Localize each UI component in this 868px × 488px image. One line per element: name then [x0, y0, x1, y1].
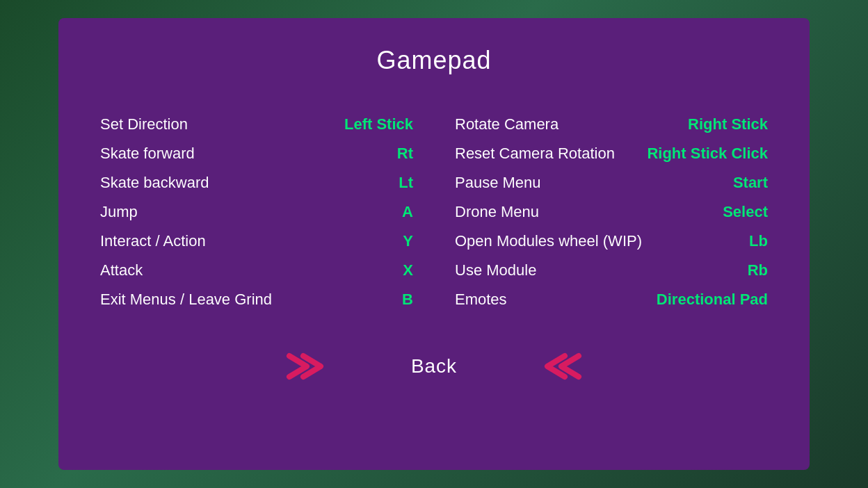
back-label: Back	[411, 355, 457, 377]
key-binding-label: Lt	[399, 174, 413, 192]
table-row: Pause MenuStart	[455, 168, 768, 197]
table-row: AttackX	[100, 256, 413, 285]
left-bindings-column: Set DirectionLeft StickSkate forwardRtSk…	[100, 110, 413, 314]
key-binding-label: B	[402, 291, 413, 309]
action-label: Rotate Camera	[455, 115, 558, 133]
action-label: Reset Camera Rotation	[455, 145, 615, 163]
panel-title: Gamepad	[100, 46, 768, 75]
key-binding-label: Lb	[749, 232, 768, 250]
action-label: Exit Menus / Leave Grind	[100, 291, 272, 309]
table-row: Skate backwardLt	[100, 168, 413, 197]
action-label: Interact / Action	[100, 232, 206, 250]
next-arrow-button[interactable]	[286, 349, 328, 384]
footer: Back	[100, 349, 768, 384]
action-label: Skate forward	[100, 145, 195, 163]
table-row: EmotesDirectional Pad	[455, 285, 768, 314]
action-label: Open Modules wheel (WIP)	[455, 232, 642, 250]
table-row: Exit Menus / Leave GrindB	[100, 285, 413, 314]
table-row: Open Modules wheel (WIP)Lb	[455, 227, 768, 256]
key-binding-label: Start	[733, 174, 768, 192]
right-bindings-column: Rotate CameraRight StickReset Camera Rot…	[455, 110, 768, 314]
key-binding-label: X	[403, 261, 413, 279]
action-label: Set Direction	[100, 115, 188, 133]
table-row: Reset Camera RotationRight Stick Click	[455, 139, 768, 168]
action-label: Drone Menu	[455, 203, 539, 221]
key-binding-label: A	[402, 203, 413, 221]
table-row: Drone MenuSelect	[455, 197, 768, 227]
key-binding-label: Right Stick	[688, 115, 768, 133]
action-label: Skate backward	[100, 174, 209, 192]
key-binding-label: Select	[723, 203, 768, 221]
action-label: Use Module	[455, 261, 536, 279]
table-row: JumpA	[100, 197, 413, 227]
key-binding-label: Left Stick	[344, 115, 413, 133]
gamepad-panel: Gamepad Set DirectionLeft StickSkate for…	[58, 18, 810, 470]
bindings-grid: Set DirectionLeft StickSkate forwardRtSk…	[100, 110, 768, 314]
key-binding-label: Rt	[397, 145, 413, 163]
action-label: Jump	[100, 203, 138, 221]
table-row: Skate forwardRt	[100, 139, 413, 168]
key-binding-label: Y	[403, 232, 413, 250]
table-row: Interact / ActionY	[100, 227, 413, 256]
table-row: Set DirectionLeft Stick	[100, 110, 413, 139]
prev-arrow-button[interactable]	[540, 349, 582, 384]
key-binding-label: Directional Pad	[657, 291, 768, 309]
action-label: Attack	[100, 261, 143, 279]
table-row: Use ModuleRb	[455, 256, 768, 285]
key-binding-label: Rb	[748, 261, 768, 279]
action-label: Pause Menu	[455, 174, 541, 192]
action-label: Emotes	[455, 291, 507, 309]
key-binding-label: Right Stick Click	[647, 145, 768, 163]
table-row: Rotate CameraRight Stick	[455, 110, 768, 139]
